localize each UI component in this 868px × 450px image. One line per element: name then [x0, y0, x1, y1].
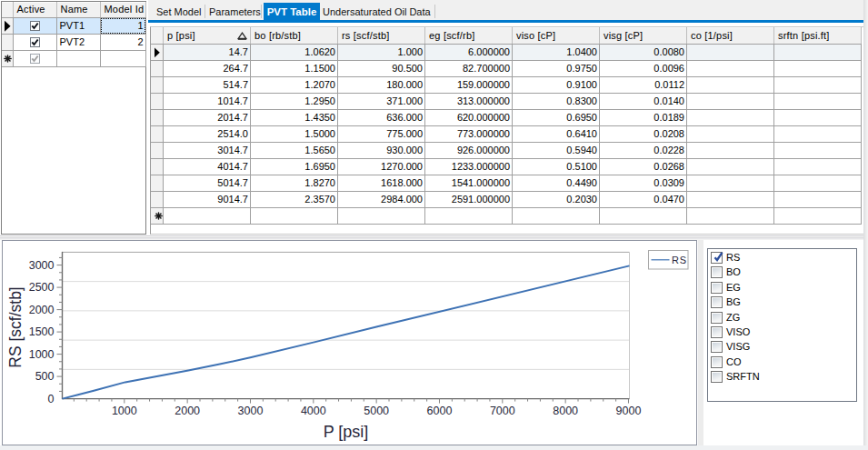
svg-text:5000: 5000	[364, 405, 389, 417]
svg-text:4000: 4000	[301, 405, 326, 417]
svg-text:2000: 2000	[175, 405, 200, 417]
svg-text:7000: 7000	[490, 405, 515, 417]
svg-text:2000: 2000	[29, 304, 55, 316]
svg-text:RS: RS	[672, 255, 687, 265]
svg-text:3000: 3000	[238, 405, 264, 417]
svg-text:6000: 6000	[427, 405, 453, 417]
svg-text:3000: 3000	[29, 259, 55, 272]
svg-text:2500: 2500	[29, 281, 55, 294]
svg-text:1000: 1000	[112, 405, 137, 417]
svg-text:RS [scf/stb]: RS [scf/stb]	[6, 286, 25, 367]
svg-text:1500: 1500	[29, 325, 55, 338]
svg-text:1000: 1000	[29, 348, 55, 361]
svg-text:P [psi]: P [psi]	[324, 423, 369, 441]
svg-text:8000: 8000	[553, 405, 578, 417]
svg-text:500: 500	[35, 370, 55, 383]
svg-text:9000: 9000	[616, 405, 642, 417]
svg-text:0: 0	[48, 393, 55, 405]
